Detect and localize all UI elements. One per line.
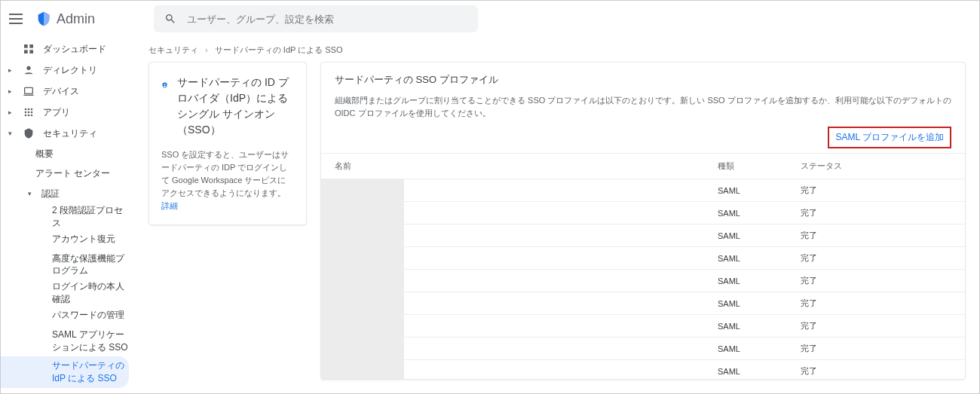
profile-name-cell [321,270,404,292]
sidebar-label: デバイス [43,85,79,98]
table-row[interactable]: SAML完了 [321,246,965,269]
svg-point-14 [31,115,33,117]
profile-status-cell: 完了 [801,207,951,218]
breadcrumb-item[interactable]: セキュリティ [149,45,198,54]
profile-type-cell: SAML [718,299,801,308]
chevron-down-icon: ▾ [8,130,14,137]
breadcrumb-item: サードパーティの IdP による SSO [215,45,343,54]
search-bar[interactable] [154,5,478,32]
main-menu-button[interactable] [7,10,25,28]
table-row[interactable]: SAML完了 [321,314,965,337]
profile-name-cell [321,315,404,337]
product-logo[interactable]: Admin [35,11,95,27]
profile-status-cell: 完了 [801,320,951,331]
table-row[interactable]: SAML完了 [321,224,965,246]
sidebar-auth-login-challenge[interactable]: ログイン時の本人確認 [1,280,133,306]
security-icon [22,127,35,140]
profile-status-cell: 完了 [801,298,951,309]
svg-rect-2 [24,50,28,53]
shield-user-icon [161,75,168,96]
profile-status-cell: 完了 [801,252,951,264]
profile-status-cell: 完了 [801,230,951,241]
profiles-table: 名前 種類 ステータス SAML完了SAML完了SAML完了SAML完了SAML… [321,153,965,379]
svg-point-7 [28,108,30,111]
col-type: 種類 [718,160,801,172]
svg-rect-0 [24,44,28,48]
sso-profiles-card: サードパーティの SSO プロファイル 組織部門またはグループに割り当てることが… [320,62,966,380]
table-row[interactable]: SAML完了 [321,269,965,292]
profile-status-cell: 完了 [801,365,951,377]
sidebar-item-apps[interactable]: ▸ アプリ [1,102,133,123]
svg-point-19 [164,84,166,85]
content-area: セキュリティ › サードパーティの IdP による SSO サードパーティの I… [133,37,979,393]
sidebar-sub-overview[interactable]: 概要 [1,144,133,163]
card-title: サードパーティの SSO プロファイル [335,73,951,87]
profile-name-cell [321,179,404,201]
topbar: Admin [1,1,979,37]
learn-more-link[interactable]: 詳細 [161,201,178,210]
sidebar-auth-2sv[interactable]: 2 段階認証プロセス [1,204,133,230]
search-input[interactable] [187,14,467,25]
svg-point-10 [28,111,30,114]
sidebar-auth-advanced-protection[interactable]: 高度な保護機能プログラム [1,249,133,281]
device-icon [22,84,35,98]
svg-point-11 [31,111,33,114]
svg-point-4 [26,66,30,70]
table-row[interactable]: SAML完了 [321,292,965,314]
sidebar-auth-saml-sso[interactable]: SAML アプリケーションによる SSO [1,325,133,357]
breadcrumb: セキュリティ › サードパーティの IdP による SSO [133,37,979,62]
svg-point-13 [28,115,30,117]
profile-type-cell: SAML [718,254,801,263]
svg-rect-1 [29,44,33,48]
sidebar-label: 認証 [41,188,60,200]
breadcrumb-separator: › [205,45,208,54]
svg-rect-3 [29,50,33,53]
table-row[interactable]: SAML完了 [321,201,965,224]
sidebar-label: アプリ [43,106,70,119]
dashboard-icon [22,42,35,56]
apps-icon [22,105,35,119]
col-status: ステータス [801,160,951,172]
sidebar-label: セキュリティ [43,127,97,140]
sidebar-item-security[interactable]: ▾ セキュリティ [1,123,133,144]
search-icon [164,13,176,25]
sidebar-sub-auth[interactable]: ▾ 認証 [1,183,133,204]
table-row[interactable]: SAML完了 [321,337,965,359]
svg-point-6 [25,108,27,111]
sidebar-sub-alert-center[interactable]: アラート センター [1,163,133,183]
chevron-right-icon: ▸ [8,108,14,116]
table-row[interactable]: SAML完了 [321,359,965,379]
profile-name-cell [321,224,404,246]
table-header: 名前 種類 ステータス [321,153,965,179]
directory-icon [22,63,35,77]
profile-name-cell [321,337,404,359]
sidebar-auth-password[interactable]: パスワードの管理 [1,306,133,325]
chevron-right-icon: ▸ [8,66,14,74]
add-saml-profile-button[interactable]: SAML プロファイルを追加 [828,127,951,148]
intro-title: サードパーティの ID プロバイダ（IdP）によるシングル サインオン（SSO） [177,75,294,138]
table-row[interactable]: SAML完了 [321,179,965,201]
chevron-down-icon: ▾ [28,190,34,197]
chevron-right-icon: ▸ [8,87,14,95]
profile-name-cell [321,360,404,379]
sidebar-label: アクセスとデータ管理 [41,392,132,393]
sidebar-label: ダッシュボード [43,43,106,56]
sidebar: ダッシュボード ▸ ディレクトリ ▸ デバイス ▸ アプリ ▾ セキュリティ [1,37,133,393]
sidebar-auth-recovery[interactable]: アカウント復元 [1,230,133,249]
col-name: 名前 [335,160,718,172]
sidebar-sub-access-data[interactable]: ▸ アクセスとデータ管理 [1,388,133,393]
profile-name-cell [321,292,404,314]
profile-type-cell: SAML [718,209,801,218]
svg-point-12 [25,115,27,117]
svg-point-9 [25,111,27,114]
sidebar-item-directory[interactable]: ▸ ディレクトリ [1,60,133,81]
profile-status-cell: 完了 [801,343,951,354]
sidebar-label: ディレクトリ [43,64,97,77]
sidebar-auth-third-party-sso[interactable]: サードパーティの IdP による SSO [1,356,129,388]
sidebar-item-devices[interactable]: ▸ デバイス [1,81,133,102]
profile-name-cell [321,247,404,269]
profile-type-cell: SAML [718,186,801,195]
sidebar-item-dashboard[interactable]: ダッシュボード [1,38,133,60]
card-subtitle: 組織部門またはグループに割り当てることができる SSO プロファイルは以下のとお… [335,94,951,119]
profile-status-cell: 完了 [801,275,951,286]
